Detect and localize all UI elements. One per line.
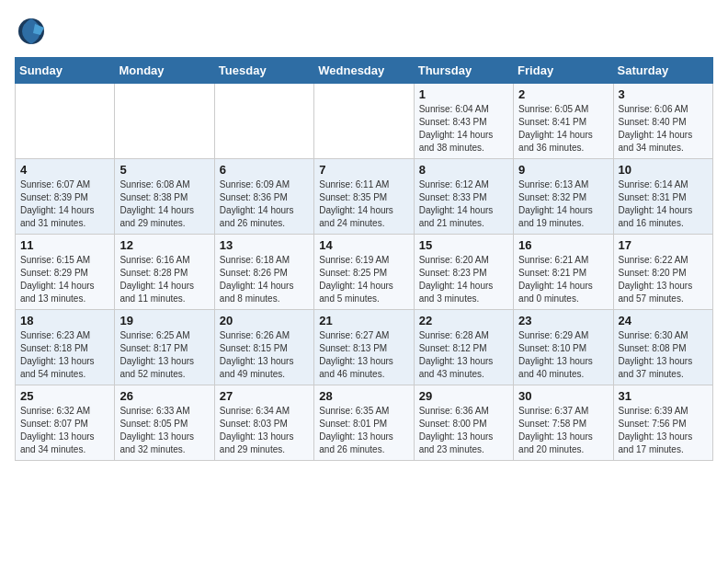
calendar-cell: 6Sunrise: 6:09 AM Sunset: 8:36 PM Daylig… — [214, 159, 313, 235]
day-number: 4 — [20, 163, 109, 177]
weekday-header-friday: Friday — [514, 58, 613, 84]
page-header — [15, 15, 713, 48]
day-number: 15 — [419, 238, 508, 252]
weekday-header-tuesday: Tuesday — [214, 58, 313, 84]
day-info: Sunrise: 6:39 AM Sunset: 7:56 PM Dayligh… — [619, 405, 708, 456]
logo — [15, 15, 51, 48]
day-info: Sunrise: 6:30 AM Sunset: 8:08 PM Dayligh… — [619, 329, 708, 381]
calendar-cell: 19Sunrise: 6:25 AM Sunset: 8:17 PM Dayli… — [115, 310, 214, 385]
day-info: Sunrise: 6:07 AM Sunset: 8:39 PM Dayligh… — [20, 178, 109, 230]
calendar-cell: 5Sunrise: 6:08 AM Sunset: 8:38 PM Daylig… — [115, 159, 214, 235]
calendar-cell: 16Sunrise: 6:21 AM Sunset: 8:21 PM Dayli… — [514, 235, 613, 310]
calendar-cell: 9Sunrise: 6:13 AM Sunset: 8:32 PM Daylig… — [514, 159, 613, 235]
day-info: Sunrise: 6:34 AM Sunset: 8:03 PM Dayligh… — [220, 405, 309, 456]
day-number: 5 — [119, 163, 209, 177]
day-info: Sunrise: 6:25 AM Sunset: 8:17 PM Dayligh… — [119, 329, 209, 381]
day-info: Sunrise: 6:04 AM Sunset: 8:43 PM Dayligh… — [419, 103, 508, 155]
day-info: Sunrise: 6:13 AM Sunset: 8:32 PM Dayligh… — [518, 178, 608, 230]
day-info: Sunrise: 6:08 AM Sunset: 8:38 PM Dayligh… — [119, 178, 209, 230]
weekday-header-sunday: Sunday — [16, 58, 115, 84]
day-info: Sunrise: 6:15 AM Sunset: 8:29 PM Dayligh… — [20, 254, 109, 305]
calendar-cell: 25Sunrise: 6:32 AM Sunset: 8:07 PM Dayli… — [16, 385, 115, 461]
calendar-cell: 28Sunrise: 6:35 AM Sunset: 8:01 PM Dayli… — [314, 385, 414, 461]
day-number: 17 — [619, 238, 708, 252]
calendar-cell: 8Sunrise: 6:12 AM Sunset: 8:33 PM Daylig… — [414, 159, 513, 235]
calendar-cell: 30Sunrise: 6:37 AM Sunset: 7:58 PM Dayli… — [514, 385, 613, 461]
calendar-cell: 1Sunrise: 6:04 AM Sunset: 8:43 PM Daylig… — [414, 84, 513, 159]
day-number: 18 — [20, 314, 109, 327]
day-number: 29 — [419, 389, 508, 403]
day-info: Sunrise: 6:12 AM Sunset: 8:33 PM Dayligh… — [419, 178, 508, 230]
day-number: 26 — [119, 389, 209, 403]
calendar-cell: 12Sunrise: 6:16 AM Sunset: 8:28 PM Dayli… — [115, 235, 214, 310]
weekday-header-saturday: Saturday — [613, 58, 712, 84]
day-info: Sunrise: 6:19 AM Sunset: 8:25 PM Dayligh… — [319, 254, 408, 305]
day-number: 13 — [220, 238, 309, 252]
day-number: 20 — [220, 314, 309, 327]
day-number: 2 — [518, 87, 608, 101]
calendar-cell: 18Sunrise: 6:23 AM Sunset: 8:18 PM Dayli… — [16, 310, 115, 385]
calendar-cell — [115, 84, 214, 159]
day-info: Sunrise: 6:29 AM Sunset: 8:10 PM Dayligh… — [518, 329, 608, 381]
calendar-cell: 31Sunrise: 6:39 AM Sunset: 7:56 PM Dayli… — [613, 385, 712, 461]
day-info: Sunrise: 6:26 AM Sunset: 8:15 PM Dayligh… — [220, 329, 309, 381]
weekday-header-wednesday: Wednesday — [314, 58, 414, 84]
calendar-cell — [314, 84, 414, 159]
calendar-cell: 13Sunrise: 6:18 AM Sunset: 8:26 PM Dayli… — [214, 235, 313, 310]
calendar-cell — [214, 84, 313, 159]
day-number: 8 — [419, 163, 508, 177]
day-number: 16 — [518, 238, 608, 252]
day-number: 30 — [518, 389, 608, 403]
calendar-cell: 26Sunrise: 6:33 AM Sunset: 8:05 PM Dayli… — [115, 385, 214, 461]
weekday-header-monday: Monday — [115, 58, 214, 84]
day-number: 11 — [20, 238, 109, 252]
weekday-header-thursday: Thursday — [414, 58, 513, 84]
calendar-cell: 21Sunrise: 6:27 AM Sunset: 8:13 PM Dayli… — [314, 310, 414, 385]
calendar-cell: 24Sunrise: 6:30 AM Sunset: 8:08 PM Dayli… — [613, 310, 712, 385]
calendar-cell: 10Sunrise: 6:14 AM Sunset: 8:31 PM Dayli… — [613, 159, 712, 235]
day-number: 1 — [419, 87, 508, 101]
day-number: 10 — [619, 163, 708, 177]
day-info: Sunrise: 6:28 AM Sunset: 8:12 PM Dayligh… — [419, 329, 508, 381]
day-info: Sunrise: 6:16 AM Sunset: 8:28 PM Dayligh… — [119, 254, 209, 305]
calendar-cell: 3Sunrise: 6:06 AM Sunset: 8:40 PM Daylig… — [613, 84, 712, 159]
day-number: 3 — [619, 87, 708, 101]
day-info: Sunrise: 6:06 AM Sunset: 8:40 PM Dayligh… — [619, 103, 708, 155]
calendar-cell: 23Sunrise: 6:29 AM Sunset: 8:10 PM Dayli… — [514, 310, 613, 385]
day-info: Sunrise: 6:18 AM Sunset: 8:26 PM Dayligh… — [220, 254, 309, 305]
day-number: 19 — [119, 314, 209, 327]
calendar-table: SundayMondayTuesdayWednesdayThursdayFrid… — [15, 57, 713, 461]
day-number: 23 — [518, 314, 608, 327]
day-number: 12 — [119, 238, 209, 252]
day-info: Sunrise: 6:22 AM Sunset: 8:20 PM Dayligh… — [619, 254, 708, 305]
calendar-cell: 20Sunrise: 6:26 AM Sunset: 8:15 PM Dayli… — [214, 310, 313, 385]
day-info: Sunrise: 6:37 AM Sunset: 7:58 PM Dayligh… — [518, 405, 608, 456]
day-info: Sunrise: 6:09 AM Sunset: 8:36 PM Dayligh… — [220, 178, 309, 230]
calendar-cell: 22Sunrise: 6:28 AM Sunset: 8:12 PM Dayli… — [414, 310, 513, 385]
day-number: 21 — [319, 314, 408, 327]
day-number: 7 — [319, 163, 408, 177]
calendar-cell: 17Sunrise: 6:22 AM Sunset: 8:20 PM Dayli… — [613, 235, 712, 310]
day-number: 31 — [619, 389, 708, 403]
day-number: 9 — [518, 163, 608, 177]
day-info: Sunrise: 6:35 AM Sunset: 8:01 PM Dayligh… — [319, 405, 408, 456]
calendar-cell: 15Sunrise: 6:20 AM Sunset: 8:23 PM Dayli… — [414, 235, 513, 310]
day-number: 27 — [220, 389, 309, 403]
day-number: 24 — [619, 314, 708, 327]
day-info: Sunrise: 6:27 AM Sunset: 8:13 PM Dayligh… — [319, 329, 408, 381]
calendar-cell: 2Sunrise: 6:05 AM Sunset: 8:41 PM Daylig… — [514, 84, 613, 159]
calendar-cell: 14Sunrise: 6:19 AM Sunset: 8:25 PM Dayli… — [314, 235, 414, 310]
calendar-cell: 11Sunrise: 6:15 AM Sunset: 8:29 PM Dayli… — [16, 235, 115, 310]
day-number: 28 — [319, 389, 408, 403]
day-info: Sunrise: 6:33 AM Sunset: 8:05 PM Dayligh… — [119, 405, 209, 456]
day-info: Sunrise: 6:11 AM Sunset: 8:35 PM Dayligh… — [319, 178, 408, 230]
calendar-cell — [16, 84, 115, 159]
day-info: Sunrise: 6:20 AM Sunset: 8:23 PM Dayligh… — [419, 254, 508, 305]
day-info: Sunrise: 6:36 AM Sunset: 8:00 PM Dayligh… — [419, 405, 508, 456]
day-number: 22 — [419, 314, 508, 327]
day-info: Sunrise: 6:05 AM Sunset: 8:41 PM Dayligh… — [518, 103, 608, 155]
day-info: Sunrise: 6:21 AM Sunset: 8:21 PM Dayligh… — [518, 254, 608, 305]
day-info: Sunrise: 6:14 AM Sunset: 8:31 PM Dayligh… — [619, 178, 708, 230]
day-number: 14 — [319, 238, 408, 252]
calendar-cell: 7Sunrise: 6:11 AM Sunset: 8:35 PM Daylig… — [314, 159, 414, 235]
